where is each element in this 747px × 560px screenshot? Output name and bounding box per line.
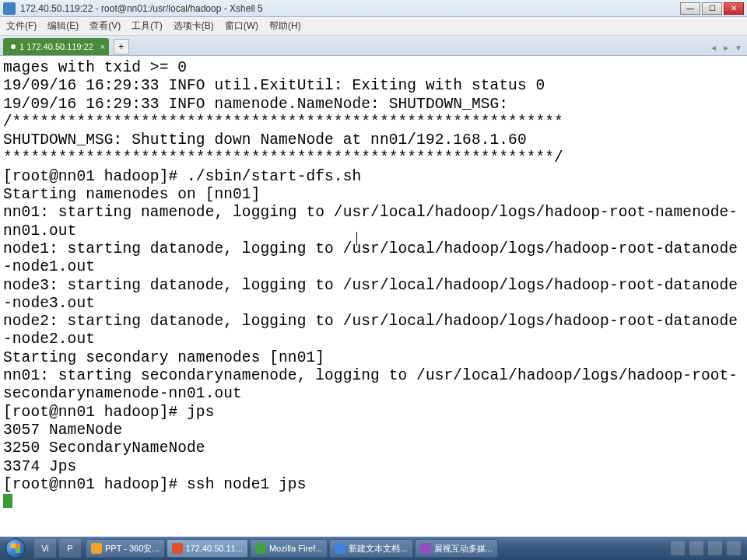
taskbar-apps: PPT - 360安... 172.40.50.11... Mozilla Fi… (86, 539, 665, 558)
menu-tools[interactable]: 工具(T) (132, 19, 162, 33)
new-tab-button[interactable]: + (114, 39, 129, 54)
window-title: 172.40.50.119:22 - root@nn01:/usr/local/… (20, 3, 680, 14)
tray-icon-2[interactable] (689, 541, 703, 555)
menu-edit[interactable]: 编辑(E) (47, 19, 79, 33)
taskbar-app-xshell[interactable]: 172.40.50.11... (167, 539, 248, 558)
tray-icon-1[interactable] (671, 541, 685, 555)
menu-file[interactable]: 文件(F) (6, 19, 37, 33)
app-label: PPT - 360安... (105, 543, 160, 555)
terminal-output[interactable]: mages with txid >= 0 19/09/16 16:29:33 I… (0, 56, 747, 537)
tab-index: 1 (19, 42, 24, 51)
app-label: 展视互动多媒... (434, 543, 493, 555)
maximize-button[interactable]: ☐ (702, 2, 722, 15)
terminal-text: mages with txid >= 0 19/09/16 16:29:33 I… (3, 59, 738, 493)
window-controls: — ☐ ✕ (680, 2, 744, 15)
menu-view[interactable]: 查看(V) (89, 19, 121, 33)
app-label: 新建文本文档... (349, 543, 407, 555)
taskbar-app-firefox[interactable]: Mozilla Firef... (250, 539, 328, 558)
browser-icon (91, 543, 102, 554)
tab-prev-icon[interactable]: ◄ (710, 44, 717, 52)
menu-window[interactable]: 窗口(W) (225, 19, 258, 33)
terminal-cursor (3, 494, 12, 508)
app-label: 172.40.50.11... (186, 544, 243, 553)
tab-status-icon (11, 44, 16, 49)
taskbar-app-notepad[interactable]: 新建文本文档... (329, 539, 412, 558)
tab-next-icon[interactable]: ► (722, 44, 730, 52)
pinned-app-p[interactable]: P (59, 539, 81, 558)
tray-icon-3[interactable] (708, 541, 722, 555)
system-tray (665, 537, 747, 560)
tab-close-icon[interactable]: × (100, 42, 104, 51)
close-button[interactable]: ✕ (724, 2, 744, 15)
tab-nav: ◄ ► ▼ (710, 44, 742, 52)
tab-bar: 1 172.40.50.119:22 × + ◄ ► ▼ (0, 36, 747, 56)
tab-label: 172.40.50.119:22 (26, 42, 93, 51)
tray-icon-4[interactable] (727, 541, 741, 555)
tab-menu-icon[interactable]: ▼ (735, 44, 742, 52)
taskbar: Vi P PPT - 360安... 172.40.50.11... Mozil… (0, 537, 747, 560)
minimize-button[interactable]: — (680, 2, 700, 15)
session-tab[interactable]: 1 172.40.50.119:22 × (3, 38, 109, 55)
app-label: Mozilla Firef... (269, 544, 322, 553)
menu-tabs[interactable]: 选项卡(B) (174, 19, 214, 33)
pinned-icons: Vi P (34, 539, 81, 558)
start-button[interactable] (0, 537, 31, 560)
taskbar-app-ppt[interactable]: PPT - 360安... (86, 539, 165, 558)
media-icon (420, 543, 431, 554)
text-caret (356, 232, 357, 246)
firefox-icon (255, 543, 266, 554)
menu-bar: 文件(F) 编辑(E) 查看(V) 工具(T) 选项卡(B) 窗口(W) 帮助(… (0, 17, 747, 36)
taskbar-app-media[interactable]: 展视互动多媒... (415, 539, 498, 558)
window-titlebar: 172.40.50.119:22 - root@nn01:/usr/local/… (0, 0, 747, 17)
menu-help[interactable]: 帮助(H) (269, 19, 301, 33)
xshell-icon (172, 543, 183, 554)
app-icon (3, 2, 16, 15)
windows-logo-icon (5, 538, 26, 558)
notepad-icon (335, 543, 345, 554)
pinned-app-vi[interactable]: Vi (34, 539, 56, 558)
